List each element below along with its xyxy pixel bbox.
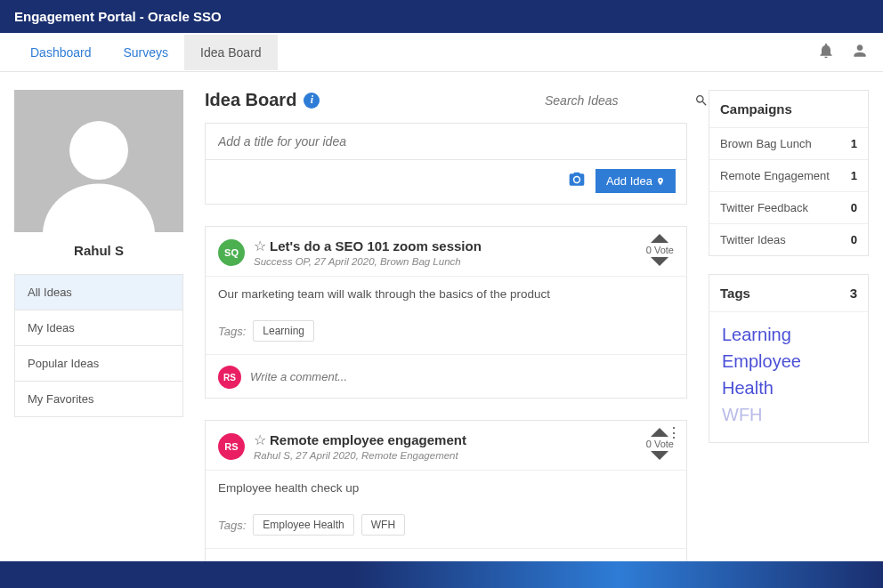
star-icon[interactable]: ☆ (254, 432, 266, 447)
main-nav: DashboardSurveysIdea Board (0, 33, 883, 72)
info-icon[interactable]: i (304, 93, 320, 109)
campaign-row[interactable]: Brown Bag Lunch1 (709, 127, 868, 159)
tag-chip[interactable]: Employee Health (253, 514, 353, 536)
app-title-bar: Engagement Portal - Oracle SSO (0, 0, 883, 33)
nav-tab-surveys[interactable]: Surveys (108, 35, 185, 70)
star-icon[interactable]: ☆ (254, 238, 266, 254)
svg-point-1 (43, 184, 155, 233)
downvote-icon[interactable] (651, 257, 668, 266)
svg-point-0 (69, 121, 128, 180)
idea-title-input[interactable] (206, 124, 686, 160)
tags-total: 3 (850, 286, 857, 301)
idea-title[interactable]: Let's do a SEO 101 zoom session (270, 238, 482, 254)
idea-title[interactable]: Remote employee engagement (270, 432, 466, 447)
tag-cloud-item[interactable]: Learning (722, 321, 855, 348)
tags-title: Tags (720, 286, 750, 301)
profile-name: Rahul S (14, 232, 183, 274)
search-icon[interactable] (694, 93, 709, 110)
idea-body: Employee health check up (206, 470, 686, 505)
camera-icon[interactable] (567, 171, 587, 191)
add-idea-button[interactable]: Add Idea (595, 169, 676, 193)
app-title: Engagement Portal - Oracle SSO (14, 9, 222, 24)
filter-my-ideas[interactable]: My Ideas (15, 310, 182, 346)
campaign-row[interactable]: Twitter Ideas0 (709, 223, 868, 255)
tags-panel: Tags 3 LearningEmployee HealthWFH (709, 274, 869, 443)
tag-cloud-item[interactable]: Employee Health (722, 348, 855, 401)
commenter-badge: RS (218, 366, 241, 389)
tag-cloud-item[interactable]: WFH (722, 401, 855, 428)
page-title: Idea Board i (205, 90, 320, 110)
idea-meta: Rahul S, 27 April 2020, Remote Engagemen… (254, 450, 466, 461)
comment-input[interactable] (250, 370, 674, 383)
compose-idea: Add Idea (205, 123, 687, 205)
tags-label: Tags: (218, 519, 246, 532)
tag-chip[interactable]: Learning (253, 320, 314, 342)
campaigns-panel: Campaigns Brown Bag Lunch1Remote Engagem… (709, 90, 869, 256)
tags-label: Tags: (218, 325, 246, 338)
search-input[interactable] (545, 93, 687, 108)
tag-chip[interactable]: WFH (361, 514, 405, 536)
filter-my-favorites[interactable]: My Favorites (15, 382, 182, 416)
campaigns-title: Campaigns (720, 101, 792, 117)
author-badge: RS (218, 433, 245, 460)
downvote-icon[interactable] (651, 451, 668, 460)
author-badge: SQ (218, 239, 245, 266)
campaign-row[interactable]: Twitter Feedback0 (709, 191, 868, 223)
campaign-row[interactable]: Remote Engagement1 (709, 159, 868, 191)
filter-all-ideas[interactable]: All Ideas (15, 275, 182, 310)
user-icon[interactable] (851, 42, 869, 62)
nav-tabs: DashboardSurveysIdea Board (14, 35, 278, 70)
vote-control: 0 Vote (646, 234, 674, 266)
idea-card: RS☆Remote employee engagementRahul S, 27… (205, 420, 687, 584)
nav-tab-dashboard[interactable]: Dashboard (14, 35, 108, 70)
filter-popular-ideas[interactable]: Popular Ideas (15, 346, 182, 382)
idea-meta: Success OP, 27 April 2020, Brown Bag Lun… (254, 256, 482, 267)
idea-card: SQ☆Let's do a SEO 101 zoom sessionSucces… (205, 226, 687, 399)
profile-avatar (14, 90, 183, 232)
idea-filters: All IdeasMy IdeasPopular IdeasMy Favorit… (14, 274, 183, 417)
nav-tab-idea-board[interactable]: Idea Board (184, 35, 278, 70)
vote-count: 0 Vote (646, 245, 674, 255)
idea-body: Our marketing team will walk through the… (206, 276, 686, 311)
footer-bar (0, 561, 883, 588)
bell-icon[interactable] (817, 42, 835, 62)
upvote-icon[interactable] (651, 234, 668, 243)
more-menu-icon[interactable]: ⋮ (660, 431, 688, 435)
